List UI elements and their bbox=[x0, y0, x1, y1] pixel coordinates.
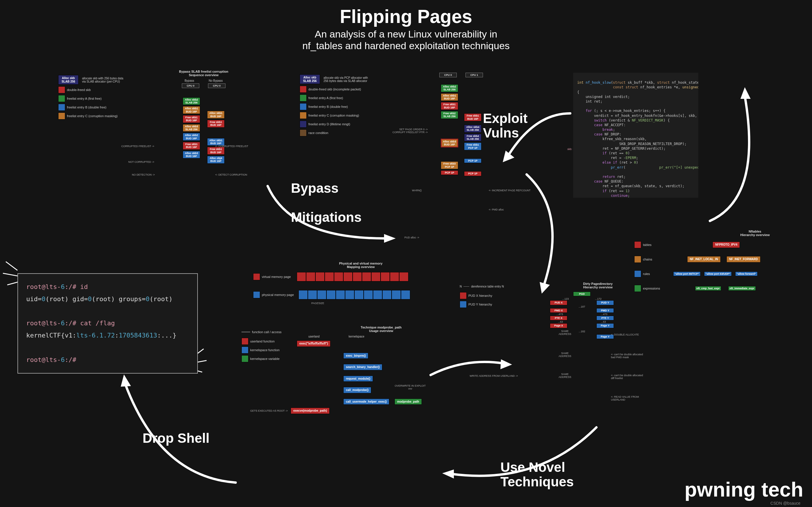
lbl-corrupted-r: <- CORRUPTED FREELIST bbox=[215, 145, 248, 148]
lbl-cant-pmd: <- can't be double allocated bad PMD mas… bbox=[611, 353, 643, 359]
svg-marker-9 bbox=[540, 282, 550, 294]
nftables-hierarchy: Nftables Hierarchy overview tables NFPRO… bbox=[634, 230, 803, 294]
lbl-double-alloc: <- DOUBLE ALLOCATE bbox=[611, 333, 639, 336]
lbl-corrupted-l: CORRUPTED FREELIST -> bbox=[113, 145, 154, 148]
lbl-sameaddr-2: SAME ADDRESS bbox=[559, 352, 571, 357]
arrow-icon bbox=[256, 174, 402, 256]
svg-marker-6 bbox=[384, 234, 396, 243]
seq-cpu: CPU 0 CPU 1 Alloc skb2 SLAB 256 Alloc sk… bbox=[428, 73, 495, 176]
lbl-pud-alloc: PUD alloc -> bbox=[404, 236, 419, 239]
svg-marker-12 bbox=[121, 375, 131, 387]
arrow-icon bbox=[439, 421, 602, 497]
svg-marker-11 bbox=[442, 469, 454, 478]
arrow-icon bbox=[108, 366, 242, 494]
lbl-warn: WARN() bbox=[412, 189, 421, 192]
arrow-icon bbox=[693, 87, 774, 227]
lbl-setpage: SET PAGE ORDER 0 -> CORRUPT FREELIST PTR… bbox=[381, 128, 428, 134]
root-shell-terminal: root@lts-6:/# id uid=0(root) gid=0(root)… bbox=[17, 273, 198, 374]
code-nf-hook-slow: int nf_hook_slow(struct sk_buff *skb, st… bbox=[573, 73, 698, 198]
lbl-readval: <- READ VALUE FROM USERLAND bbox=[611, 395, 639, 401]
svg-marker-8 bbox=[741, 87, 751, 99]
svg-line-1 bbox=[3, 273, 19, 276]
page-subtitle-1: An analysis of a new Linux vulnerability… bbox=[0, 29, 812, 40]
svg-line-0 bbox=[6, 262, 17, 270]
lbl-pmd-alloc: <- PMD alloc bbox=[489, 208, 504, 211]
svg-marker-10 bbox=[500, 359, 512, 369]
arrow-icon bbox=[509, 169, 585, 296]
seq-freelist: Bypass SLAB freelist corruption Sequence… bbox=[157, 70, 250, 164]
svg-marker-7 bbox=[503, 151, 514, 162]
lbl-sameaddr-1: SAME ADDRESS bbox=[559, 330, 571, 335]
lbl-not-corrupted: NOT CORRUPTED -> bbox=[122, 161, 154, 163]
modprobe-diagram: Technique modprobe_path Usage overview u… bbox=[291, 326, 437, 414]
modprobe-legend: function call / access userland function… bbox=[242, 329, 282, 364]
lbl-detect: <- DETECT CORRUPTION bbox=[215, 173, 247, 176]
page-subtitle-2: nf_tables and hardened exploitation tech… bbox=[0, 40, 812, 51]
watermark: CSDN @bsauce bbox=[770, 501, 800, 506]
arrow-icon bbox=[500, 108, 576, 166]
dirty-legend: Ndereference table entry N PUD X hierarc… bbox=[460, 285, 504, 309]
page-title: Flipping Pages bbox=[0, 6, 812, 27]
legend-pcp: Alloc skb SLAB 256allocate skb via PCP a… bbox=[300, 74, 368, 138]
lbl-sameaddr-3: SAME ADDRESS bbox=[559, 373, 571, 379]
arrow-icon bbox=[425, 349, 512, 384]
lbl-cant-diff: <- can't be double allocated diff freeli… bbox=[611, 374, 643, 380]
lbl-no-detection: NO DETECTION -> bbox=[126, 173, 155, 176]
brand-logo: pwning tech bbox=[684, 478, 803, 501]
legend-slab: Alloc skb SLAB 256allocate skb with 256 … bbox=[58, 75, 123, 121]
svg-line-2 bbox=[7, 282, 18, 285]
pv-map: Physical and virtual memory Mapping over… bbox=[253, 262, 410, 305]
